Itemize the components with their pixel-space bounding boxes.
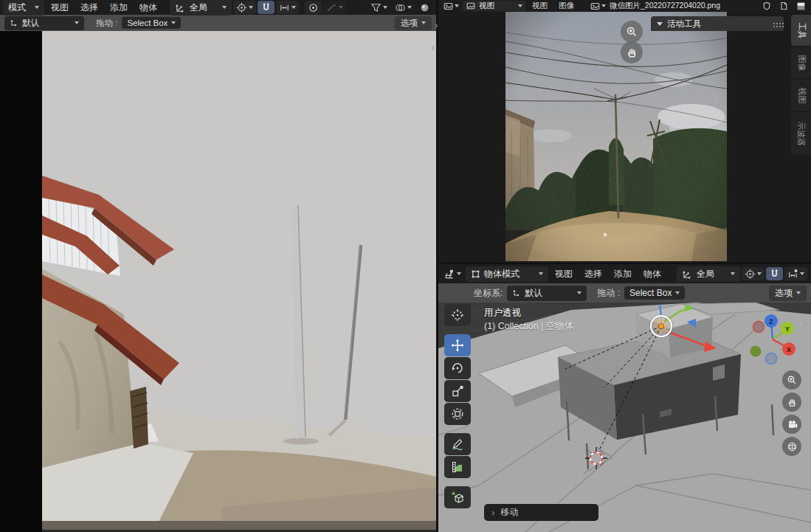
proportional-editing-toggle[interactable] xyxy=(305,1,322,14)
editor-type-dropdown[interactable] xyxy=(441,267,464,280)
chevron-down-icon xyxy=(455,4,459,7)
toolbar-collapse-chevron[interactable]: ‹ xyxy=(431,42,435,52)
left-viewport-header: 模式 视图 选择 添加 物体 全局 xyxy=(0,0,436,15)
viewport-3d-canvas[interactable]: Z Y X xyxy=(438,303,811,532)
chevron-down-icon xyxy=(339,6,343,9)
operator-redo-panel[interactable]: › 移动 xyxy=(484,504,598,521)
pan-button[interactable] xyxy=(621,41,643,63)
options-dropdown[interactable]: 选项 xyxy=(395,16,432,30)
tool-preset-dropdown[interactable]: 默认 xyxy=(507,286,587,301)
drag-handle-icon[interactable] xyxy=(773,23,775,24)
drag-mode-dropdown[interactable]: Select Box xyxy=(122,17,181,29)
show-overlays-dropdown[interactable] xyxy=(392,1,415,14)
tab-image[interactable]: 图像 xyxy=(791,47,811,78)
camera-view-button[interactable] xyxy=(782,415,801,434)
shading-mode-button[interactable] xyxy=(416,1,433,14)
axis-y-label: Y xyxy=(785,325,790,333)
tab-tool[interactable]: 工具 xyxy=(791,15,811,46)
image-menu-view[interactable]: 视图 xyxy=(527,1,553,11)
overlays-icon xyxy=(395,2,406,13)
snap-settings-dropdown[interactable] xyxy=(784,267,807,280)
new-page-icon xyxy=(779,1,788,10)
menu-add[interactable]: 添加 xyxy=(609,268,637,280)
snap-toggle-button[interactable] xyxy=(766,267,783,280)
zoom-button[interactable] xyxy=(621,21,643,43)
new-image-button[interactable] xyxy=(776,0,792,13)
pivot-point-dropdown[interactable] xyxy=(233,1,256,14)
move-tool-button[interactable] xyxy=(444,334,471,356)
region-split-chevron[interactable]: › xyxy=(435,20,438,30)
hand-icon xyxy=(627,47,638,58)
chevron-down-icon xyxy=(796,291,801,294)
preset-label: 默认 xyxy=(22,18,39,29)
image-datablock-icon xyxy=(590,1,600,11)
tab-label: 图像 xyxy=(796,55,807,71)
falloff-curve-icon xyxy=(326,2,337,13)
transform-tool-button[interactable] xyxy=(444,403,471,425)
transform-orientation-dropdown[interactable]: 全局 xyxy=(677,266,740,282)
annotate-tool-button[interactable] xyxy=(444,433,471,455)
snap-toggle-button[interactable] xyxy=(258,1,275,14)
add-cube-tool-button[interactable] xyxy=(444,486,471,508)
fake-user-shield-button[interactable] xyxy=(759,0,775,13)
image-menu-image[interactable]: 图像 xyxy=(553,1,579,11)
object-mode-dropdown[interactable]: 物体模式 xyxy=(466,266,548,282)
transform-tool-icon xyxy=(451,407,464,421)
options-dropdown[interactable]: 选项 xyxy=(769,286,807,301)
drag-label: 拖动 : xyxy=(597,287,620,300)
preset-label: 默认 xyxy=(525,287,542,300)
measure-tool-icon xyxy=(451,460,464,474)
cursor-tool-button[interactable] xyxy=(444,304,471,326)
magnet-icon xyxy=(769,269,780,280)
image-name[interactable]: 微信图片_20220727204020.png xyxy=(610,1,720,11)
sidebar-collapse-chevron[interactable]: ‹ xyxy=(799,317,803,328)
scale-tool-button[interactable] xyxy=(444,380,471,402)
transform-orientation-dropdown[interactable]: 全局 xyxy=(170,0,232,15)
corner-widget[interactable] xyxy=(793,0,809,13)
show-gizmo-dropdown[interactable] xyxy=(367,1,390,14)
tool-preset-dropdown[interactable]: 默认 xyxy=(4,16,84,30)
viewport-3d-content: Z Y X 用户透视 (1) Collection | 空物体 xyxy=(438,303,811,532)
active-tool-panel-header[interactable]: 活动工具 xyxy=(651,16,784,31)
pan-button[interactable] xyxy=(782,393,801,412)
menu-view[interactable]: 视图 xyxy=(46,1,74,14)
menu-select[interactable]: 选择 xyxy=(75,1,103,14)
render-viewport-canvas[interactable] xyxy=(0,31,436,532)
menu-view[interactable]: 视图 xyxy=(550,268,578,280)
tab-view[interactable]: 视图 xyxy=(791,80,811,111)
zoom-button[interactable] xyxy=(782,370,801,390)
shield-icon xyxy=(762,1,771,10)
chevron-down-icon xyxy=(421,21,426,24)
chevron-down-icon xyxy=(383,6,387,9)
menu-object[interactable]: 物体 xyxy=(134,1,162,14)
left-tool-settings-bar: 默认 拖动 : Select Box 选项 xyxy=(0,15,436,31)
measure-tool-button[interactable] xyxy=(444,456,471,478)
mode-dropdown[interactable]: 模式 xyxy=(3,0,44,15)
tab-label: 视图 xyxy=(796,87,807,103)
axis-z-label: Z xyxy=(769,318,773,325)
tab-scopes[interactable]: 示波器 xyxy=(791,112,811,155)
cursor-tool-icon xyxy=(451,308,464,322)
coord-system-label: 坐标系: xyxy=(474,287,503,300)
image-mode-dropdown[interactable]: 视图 xyxy=(463,1,526,11)
menu-add[interactable]: 添加 xyxy=(105,1,133,14)
browse-image-dropdown[interactable] xyxy=(587,0,609,13)
viewport-editor-icon xyxy=(444,269,455,280)
image-editor-region: 视图 视图 图像 微信图片_20220727204020.png xyxy=(438,0,811,263)
menu-object[interactable]: 物体 xyxy=(638,268,666,280)
perspective-toggle-button[interactable] xyxy=(782,437,801,456)
tab-label: 工具 xyxy=(796,22,807,38)
image-mode-label: 视图 xyxy=(479,1,494,11)
viewport-tool-settings-bar: 坐标系: 默认 拖动 : Select Box 选项 xyxy=(438,283,811,303)
editor-type-dropdown[interactable] xyxy=(441,0,462,13)
hand-icon xyxy=(787,398,797,407)
menu-select[interactable]: 选择 xyxy=(579,268,607,280)
snap-settings-dropdown[interactable] xyxy=(276,1,299,14)
proportional-falloff-dropdown[interactable] xyxy=(323,1,346,14)
rotate-tool-button[interactable] xyxy=(444,357,471,379)
pivot-icon xyxy=(745,269,756,280)
pivot-point-dropdown[interactable] xyxy=(742,267,765,280)
reference-photo[interactable] xyxy=(505,12,727,261)
chevron-down-icon xyxy=(291,6,296,9)
drag-mode-dropdown[interactable]: Select Box xyxy=(624,286,685,300)
